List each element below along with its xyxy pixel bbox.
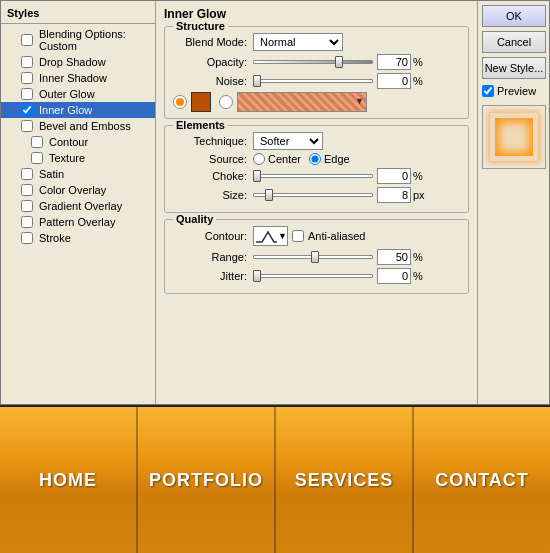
noise-label: Noise: — [173, 75, 253, 87]
contour-checkbox[interactable] — [31, 136, 43, 148]
sidebar-item-texture[interactable]: Texture — [1, 150, 155, 166]
texture-checkbox[interactable] — [31, 152, 43, 164]
gradient-overlay-label: Gradient Overlay — [39, 200, 122, 212]
sidebar-item-contour[interactable]: Contour — [1, 134, 155, 150]
structure-section: Structure Blend Mode: Normal Multiply Sc… — [164, 26, 469, 119]
nav-contact[interactable]: CONTACT — [414, 407, 550, 553]
range-label: Range: — [173, 251, 253, 263]
sidebar-item-outer-glow[interactable]: Outer Glow — [1, 86, 155, 102]
sidebar-item-bevel[interactable]: Bevel and Emboss — [1, 118, 155, 134]
bottom-nav: HOME PORTFOLIO SERVICES CONTACT — [0, 405, 550, 553]
sidebar-item-pattern-overlay[interactable]: Pattern Overlay — [1, 214, 155, 230]
choke-unit: % — [413, 170, 423, 182]
sidebar-item-drop-shadow[interactable]: Drop Shadow — [1, 54, 155, 70]
color-radio[interactable] — [173, 95, 187, 109]
blend-mode-row: Blend Mode: Normal Multiply Screen — [173, 33, 460, 51]
opacity-slider[interactable] — [253, 55, 373, 69]
jitter-value[interactable] — [377, 268, 411, 284]
noise-slider[interactable] — [253, 74, 373, 88]
color-overlay-checkbox[interactable] — [21, 184, 33, 196]
inner-shadow-checkbox[interactable] — [21, 72, 33, 84]
noise-row: Noise: % — [173, 73, 460, 89]
contour-preview-box[interactable]: ▼ — [253, 226, 288, 246]
choke-slider[interactable] — [253, 169, 373, 183]
jitter-row: Jitter: % — [173, 268, 460, 284]
drop-shadow-checkbox[interactable] — [21, 56, 33, 68]
sidebar-title: Styles — [1, 5, 155, 21]
sidebar-item-inner-shadow[interactable]: Inner Shadow — [1, 70, 155, 86]
anti-aliased-row: Anti-aliased — [292, 230, 365, 242]
choke-value[interactable] — [377, 168, 411, 184]
source-center-radio[interactable] — [253, 153, 265, 165]
quality-section: Quality Contour: ▼ Anti-aliased Range: — [164, 219, 469, 294]
size-value[interactable] — [377, 187, 411, 203]
ok-button[interactable]: OK — [482, 5, 546, 27]
source-center-label[interactable]: Center — [253, 153, 301, 165]
color-row: ▼ — [173, 92, 460, 112]
opacity-label: Opacity: — [173, 56, 253, 68]
texture-label: Texture — [49, 152, 85, 164]
inner-glow-checkbox[interactable] — [21, 104, 33, 116]
size-label: Size: — [173, 189, 253, 201]
sidebar-item-blending[interactable]: Blending Options: Custom — [1, 26, 155, 54]
source-edge-radio[interactable] — [309, 153, 321, 165]
blending-checkbox[interactable] — [21, 34, 33, 46]
new-style-button[interactable]: New Style... — [482, 57, 546, 79]
noise-value[interactable] — [377, 73, 411, 89]
technique-row: Technique: Softer Precise — [173, 132, 460, 150]
contour-label: Contour: — [173, 230, 253, 242]
pattern-overlay-checkbox[interactable] — [21, 216, 33, 228]
inner-shadow-label: Inner Shadow — [39, 72, 107, 84]
sidebar: Styles Blending Options: Custom Drop Sha… — [1, 1, 156, 404]
sidebar-item-gradient-overlay[interactable]: Gradient Overlay — [1, 198, 155, 214]
technique-label: Technique: — [173, 135, 253, 147]
stroke-checkbox[interactable] — [21, 232, 33, 244]
elements-label: Elements — [173, 119, 228, 131]
satin-checkbox[interactable] — [21, 168, 33, 180]
anti-aliased-checkbox[interactable] — [292, 230, 304, 242]
size-slider[interactable] — [253, 188, 373, 202]
bevel-checkbox[interactable] — [21, 120, 33, 132]
blend-mode-dropdown[interactable]: Normal Multiply Screen — [253, 33, 343, 51]
nav-portfolio[interactable]: PORTFOLIO — [138, 407, 276, 553]
blend-mode-label: Blend Mode: — [173, 36, 253, 48]
nav-services[interactable]: SERVICES — [276, 407, 414, 553]
gradient-overlay-checkbox[interactable] — [21, 200, 33, 212]
main-content: Inner Glow Structure Blend Mode: Normal … — [156, 1, 477, 404]
pattern-overlay-label: Pattern Overlay — [39, 216, 115, 228]
sidebar-item-color-overlay[interactable]: Color Overlay — [1, 182, 155, 198]
jitter-slider[interactable] — [253, 269, 373, 283]
source-edge-label[interactable]: Edge — [309, 153, 350, 165]
gradient-preview[interactable]: ▼ — [237, 92, 367, 112]
sidebar-item-satin[interactable]: Satin — [1, 166, 155, 182]
range-value[interactable] — [377, 249, 411, 265]
stroke-label: Stroke — [39, 232, 71, 244]
opacity-row: Opacity: % — [173, 54, 460, 70]
technique-dropdown[interactable]: Softer Precise — [253, 132, 323, 150]
source-label: Source: — [173, 153, 253, 165]
color-swatch[interactable] — [191, 92, 211, 112]
sidebar-item-inner-glow[interactable]: Inner Glow — [1, 102, 155, 118]
contour-row: Contour: ▼ Anti-aliased — [173, 226, 460, 246]
range-row: Range: % — [173, 249, 460, 265]
opacity-value[interactable] — [377, 54, 411, 70]
range-slider[interactable] — [253, 250, 373, 264]
jitter-label: Jitter: — [173, 270, 253, 282]
opacity-unit: % — [413, 56, 423, 68]
cancel-button[interactable]: Cancel — [482, 31, 546, 53]
main-title: Inner Glow — [164, 7, 469, 21]
preview-box — [482, 105, 546, 169]
structure-label: Structure — [173, 20, 228, 32]
gradient-radio[interactable] — [219, 95, 233, 109]
contour-label: Contour — [49, 136, 88, 148]
preview-checkbox[interactable] — [482, 85, 494, 97]
choke-label: Choke: — [173, 170, 253, 182]
nav-home[interactable]: HOME — [0, 407, 138, 553]
inner-glow-label: Inner Glow — [39, 104, 92, 116]
choke-row: Choke: % — [173, 168, 460, 184]
gradient-arrow: ▼ — [355, 96, 364, 106]
sidebar-item-stroke[interactable]: Stroke — [1, 230, 155, 246]
contour-curve-icon — [254, 228, 277, 244]
outer-glow-checkbox[interactable] — [21, 88, 33, 100]
source-edge-text: Edge — [324, 153, 350, 165]
